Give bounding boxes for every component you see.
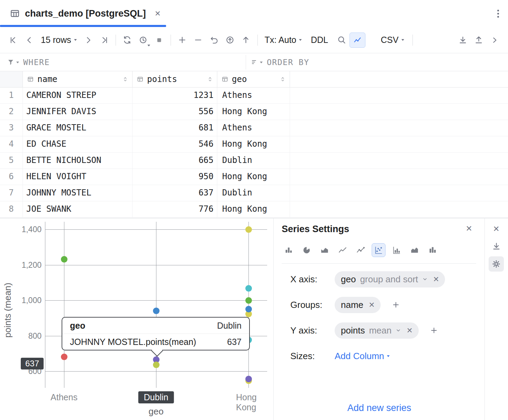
column-header-name[interactable]: name bbox=[23, 71, 133, 87]
table-cell[interactable]: GRACE MOSTEL bbox=[23, 120, 133, 136]
table-cell[interactable]: JENNIFER DAVIS bbox=[23, 104, 133, 120]
table-cell[interactable]: JOE SWANK bbox=[23, 201, 133, 217]
x-tick-label[interactable]: Hong Kong bbox=[236, 392, 261, 412]
table-cell[interactable]: 3 bbox=[0, 120, 23, 136]
ddl-button[interactable]: DDL bbox=[307, 35, 332, 45]
data-point[interactable] bbox=[245, 306, 252, 312]
chart-type-stacked-area-icon[interactable] bbox=[408, 243, 421, 257]
table-cell[interactable]: 556 bbox=[133, 104, 217, 120]
table-row[interactable]: 3GRACE MOSTEL681Athens bbox=[0, 120, 508, 136]
table-cell[interactable]: 4 bbox=[0, 136, 23, 152]
y-axis-chip[interactable]: points mean × bbox=[335, 322, 419, 339]
table-cell[interactable]: 2 bbox=[0, 104, 23, 120]
data-point[interactable] bbox=[245, 285, 252, 292]
table-cell[interactable]: Hong Kong bbox=[217, 169, 290, 185]
stop-button[interactable] bbox=[151, 33, 167, 48]
table-row[interactable]: 4ED CHASE546Hong Kong bbox=[0, 136, 508, 153]
y-axis-aggregation[interactable]: mean bbox=[369, 325, 391, 336]
chart-view-button[interactable] bbox=[350, 33, 365, 48]
gear-icon[interactable] bbox=[489, 256, 504, 272]
table-cell[interactable]: Dublin bbox=[217, 153, 290, 168]
data-point[interactable] bbox=[153, 308, 160, 314]
table-cell[interactable]: CAMERON STREEP bbox=[23, 88, 133, 103]
schedule-refresh-icon[interactable] bbox=[135, 33, 151, 48]
data-point[interactable] bbox=[61, 256, 67, 263]
chart-type-column-icon[interactable] bbox=[426, 243, 439, 257]
page-size-selector[interactable]: 15 rows bbox=[37, 35, 80, 45]
add-new-series-link[interactable]: Add new series bbox=[274, 403, 485, 413]
chart-type-scatter-icon[interactable] bbox=[372, 243, 385, 257]
search-icon[interactable] bbox=[334, 33, 350, 48]
add-column-link[interactable]: Add Column bbox=[335, 351, 390, 362]
remove-groups-icon[interactable]: × bbox=[369, 299, 374, 310]
table-row[interactable]: 6HELEN VOIGHT950Hong Kong bbox=[0, 169, 508, 185]
add-y-axis-button[interactable] bbox=[428, 324, 440, 337]
chart-type-area-icon[interactable] bbox=[318, 243, 332, 257]
table-cell[interactable]: Athens bbox=[217, 120, 290, 136]
data-point[interactable] bbox=[245, 226, 252, 233]
column-header-geo[interactable]: geo bbox=[217, 71, 290, 87]
last-page-button[interactable] bbox=[96, 33, 112, 48]
x-axis-mode[interactable]: group and sort bbox=[360, 274, 418, 285]
table-cell[interactable]: Dublin bbox=[217, 185, 290, 201]
export-chart-icon[interactable] bbox=[489, 238, 504, 254]
x-tick-label[interactable]: Athens bbox=[51, 392, 78, 402]
upload-icon[interactable] bbox=[471, 33, 487, 48]
table-cell[interactable]: 950 bbox=[133, 169, 217, 185]
tab-close-icon[interactable]: × bbox=[155, 8, 161, 19]
data-point[interactable] bbox=[61, 354, 67, 360]
groups-chip[interactable]: name × bbox=[335, 297, 381, 313]
download-icon[interactable] bbox=[455, 33, 471, 48]
chart-type-line-icon[interactable] bbox=[336, 243, 350, 257]
table-row[interactable]: 5BETTE NICHOLSON665Dublin bbox=[0, 153, 508, 169]
table-cell[interactable]: Hong Kong bbox=[217, 104, 290, 120]
chart-type-bar-icon[interactable] bbox=[282, 243, 296, 257]
table-cell[interactable]: 7 bbox=[0, 185, 23, 201]
chart-type-pie-icon[interactable] bbox=[300, 243, 314, 257]
table-cell[interactable]: JOHNNY MOSTEL bbox=[23, 185, 133, 201]
table-cell[interactable]: HELEN VOIGHT bbox=[23, 169, 133, 185]
table-row[interactable]: 7JOHNNY MOSTEL637Dublin bbox=[0, 185, 508, 201]
table-cell[interactable]: 5 bbox=[0, 153, 23, 168]
chart-type-histogram-icon[interactable] bbox=[390, 243, 403, 257]
panel-close-icon[interactable]: × bbox=[489, 221, 504, 236]
table-cell[interactable]: Hong Kong bbox=[217, 201, 290, 217]
table-cell[interactable]: Hong Kong bbox=[217, 136, 290, 152]
first-page-button[interactable] bbox=[6, 33, 21, 48]
table-cell[interactable]: 1231 bbox=[133, 88, 217, 103]
delete-row-button[interactable] bbox=[190, 33, 206, 48]
table-cell[interactable]: 665 bbox=[133, 153, 217, 168]
chart-type-line-points-icon[interactable] bbox=[354, 243, 368, 257]
table-cell[interactable]: 1 bbox=[0, 88, 23, 103]
x-axis-chip[interactable]: geo group and sort × bbox=[335, 271, 445, 287]
table-cell[interactable]: BETTE NICHOLSON bbox=[23, 153, 133, 168]
revert-icon[interactable] bbox=[206, 33, 222, 48]
remove-x-axis-icon[interactable]: × bbox=[433, 274, 439, 285]
data-point[interactable] bbox=[153, 362, 160, 368]
refresh-icon[interactable] bbox=[119, 33, 135, 48]
where-filter[interactable]: WHERE bbox=[7, 54, 50, 71]
table-cell[interactable]: ED CHASE bbox=[23, 136, 133, 152]
previous-page-button[interactable] bbox=[21, 33, 37, 48]
submit-icon[interactable] bbox=[222, 33, 238, 48]
next-page-button[interactable] bbox=[80, 33, 96, 48]
data-point[interactable] bbox=[245, 376, 252, 382]
table-row[interactable]: 2JENNIFER DAVIS556Hong Kong bbox=[0, 104, 508, 120]
table-row[interactable]: 8JOE SWANK776Hong Kong bbox=[0, 201, 508, 218]
remove-y-axis-icon[interactable]: × bbox=[407, 325, 412, 336]
table-cell[interactable]: 8 bbox=[0, 201, 23, 217]
add-group-button[interactable] bbox=[390, 299, 402, 311]
data-point[interactable] bbox=[245, 297, 252, 304]
table-cell[interactable]: 546 bbox=[133, 136, 217, 152]
column-header-points[interactable]: points bbox=[133, 71, 217, 87]
table-cell[interactable]: 637 bbox=[133, 185, 217, 201]
kebab-menu-icon[interactable] bbox=[497, 10, 499, 18]
order-by-filter[interactable]: ORDER BY bbox=[251, 54, 309, 71]
table-corner[interactable] bbox=[0, 71, 23, 87]
table-cell[interactable]: 6 bbox=[0, 169, 23, 185]
export-format-selector[interactable]: CSV bbox=[377, 35, 407, 45]
chevron-right-icon[interactable] bbox=[487, 33, 502, 48]
tx-mode-selector[interactable]: Tx: Auto bbox=[261, 35, 306, 45]
commit-arrow-up-icon[interactable] bbox=[238, 33, 254, 48]
table-cell[interactable]: 681 bbox=[133, 120, 217, 136]
